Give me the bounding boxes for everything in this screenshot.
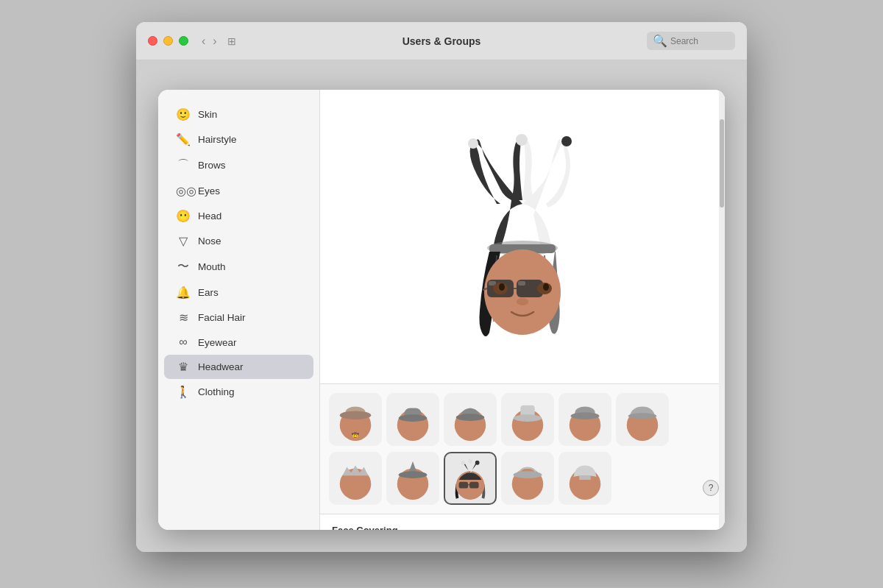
sidebar-item-head[interactable]: 😶 Head (164, 204, 313, 228)
minimize-button[interactable] (163, 36, 173, 46)
search-icon: 🔍 (653, 34, 667, 48)
svg-rect-39 (459, 482, 469, 489)
sidebar-item-headwear[interactable]: ♛ Headwear (164, 355, 313, 379)
clothing-icon: 🚶 (176, 385, 191, 399)
memoji-image (427, 134, 618, 340)
maximize-button[interactable] (179, 36, 188, 46)
sidebar-label-headwear: Headwear (198, 361, 244, 372)
search-input[interactable] (670, 36, 729, 46)
face-covering-title: Face Covering (332, 525, 713, 530)
svg-point-3 (561, 136, 572, 146)
grid-icon: ⊞ (227, 35, 236, 47)
sidebar-item-brows[interactable]: ⌒ Brows (164, 152, 313, 178)
svg-point-17 (517, 298, 528, 305)
sidebar-label-nose: Nose (198, 235, 221, 247)
hat-option-jester[interactable] (444, 452, 497, 505)
svg-point-46 (514, 471, 542, 478)
sidebar-item-facial-hair[interactable]: ≋ Facial Hair (164, 305, 313, 330)
editor-content: 🤠 (320, 90, 725, 530)
options-row-2 (329, 452, 716, 505)
scrollbar-thumb[interactable] (720, 119, 724, 208)
svg-point-34 (628, 413, 657, 419)
memoji-preview-area (320, 90, 725, 384)
hat-option-bucket[interactable] (501, 452, 554, 505)
sidebar-label-brows: Brows (198, 160, 226, 171)
svg-point-37 (399, 471, 428, 478)
sidebar-item-mouth[interactable]: 〜 Mouth (164, 254, 313, 280)
brows-icon: ⌒ (176, 157, 191, 173)
svg-rect-12 (518, 281, 525, 286)
eyes-icon: ◎◎ (176, 184, 191, 198)
sidebar-label-mouth: Mouth (198, 261, 226, 272)
close-button[interactable] (148, 36, 157, 46)
headwear-options: 🤠 (320, 384, 725, 514)
titlebar: ‹ › ⊞ Users & Groups 🔍 (136, 22, 747, 60)
face-covering-section: Face Covering (320, 514, 725, 530)
sidebar-label-eyes: Eyes (198, 185, 220, 196)
sidebar-label-hairstyle: Hairstyle (198, 134, 237, 145)
help-button[interactable]: ? (703, 480, 719, 496)
svg-point-4 (516, 134, 528, 146)
back-button[interactable]: ‹ (200, 35, 207, 48)
svg-point-2 (468, 138, 478, 149)
svg-point-15 (499, 283, 505, 291)
sidebar-label-clothing: Clothing (198, 386, 235, 397)
sidebar-item-skin[interactable]: 🙂 Skin (164, 102, 313, 127)
sidebar-label-eyewear: Eyewear (198, 337, 237, 348)
traffic-lights (148, 36, 188, 46)
window-title: Users & Groups (403, 35, 481, 47)
hat-option-derby1[interactable] (386, 393, 439, 446)
nav-arrows: ‹ › (200, 35, 219, 48)
sidebar-label-facial-hair: Facial Hair (198, 312, 246, 323)
svg-point-44 (468, 459, 472, 464)
facial-hair-icon: ≋ (176, 311, 191, 325)
sidebar-item-hairstyle[interactable]: ✏️ Hairstyle (164, 127, 313, 152)
eyewear-icon: ∞ (176, 336, 191, 349)
mouth-icon: 〜 (176, 259, 191, 274)
hat-option-tophat[interactable] (501, 393, 554, 446)
head-icon: 😶 (176, 209, 191, 223)
hairstyle-icon: ✏️ (176, 132, 191, 146)
hat-option-cowboy[interactable]: 🤠 (329, 393, 382, 446)
memoji-preview (427, 134, 618, 340)
skin-icon: 🙂 (176, 107, 191, 121)
sidebar-item-eyes[interactable]: ◎◎ Eyes (164, 179, 313, 203)
options-row-1: 🤠 (329, 393, 716, 446)
sidebar-label-head: Head (198, 210, 221, 222)
svg-point-26 (456, 414, 485, 421)
ears-icon: 🔔 (176, 286, 191, 300)
hat-option-porkpie[interactable] (558, 393, 611, 446)
svg-point-32 (571, 412, 600, 419)
sidebar-item-clothing[interactable]: 🚶 Clothing (164, 380, 313, 404)
nose-icon: ▽ (176, 234, 191, 248)
search-box[interactable]: 🔍 (647, 32, 735, 50)
svg-point-29 (514, 414, 542, 422)
scrollbar-track[interactable] (719, 90, 725, 530)
sidebar-label-skin: Skin (198, 109, 217, 120)
svg-point-43 (475, 461, 480, 465)
svg-point-42 (461, 461, 465, 465)
hat-option-witch[interactable] (386, 452, 439, 505)
sidebar-item-ears[interactable]: 🔔 Ears (164, 280, 313, 305)
forward-button[interactable]: › (211, 35, 218, 48)
memoji-editor-modal: 🙂 Skin ✏️ Hairstyle ⌒ Brows ◎◎ Eyes (158, 90, 725, 530)
category-sidebar: 🙂 Skin ✏️ Hairstyle ⌒ Brows ◎◎ Eyes (158, 90, 320, 530)
sidebar-label-ears: Ears (198, 287, 219, 298)
sidebar-item-nose[interactable]: ▽ Nose (164, 229, 313, 253)
hat-option-newsboy[interactable] (616, 393, 669, 446)
sidebar-item-eyewear[interactable]: ∞ Eyewear (164, 330, 313, 354)
svg-rect-40 (469, 482, 479, 489)
svg-point-24 (399, 414, 428, 422)
hat-option-crown[interactable] (329, 452, 382, 505)
svg-rect-48 (579, 475, 590, 480)
modal-overlay: 🙂 Skin ✏️ Hairstyle ⌒ Brows ◎◎ Eyes (136, 60, 747, 552)
hat-option-knight[interactable] (558, 452, 611, 505)
svg-point-20 (340, 411, 372, 419)
svg-point-16 (543, 283, 549, 291)
svg-text:🤠: 🤠 (352, 431, 359, 439)
hat-option-fedora[interactable] (444, 393, 497, 446)
headwear-icon: ♛ (176, 360, 191, 374)
